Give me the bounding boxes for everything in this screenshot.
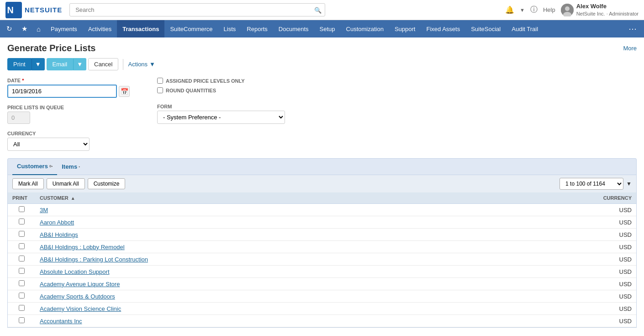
currency-cell: USD	[581, 303, 636, 315]
print-checkbox-cell[interactable]	[8, 241, 35, 253]
table-row: Accountants Inc USD	[8, 315, 636, 327]
cancel-button[interactable]: Cancel	[88, 58, 118, 70]
customer-link[interactable]: Absolute Location Support	[40, 268, 110, 275]
nav-item-fixed-assets[interactable]: Fixed Assets	[421, 20, 466, 37]
table-row: Aaron Abbott USD	[8, 216, 636, 229]
print-checkbox-cell[interactable]	[8, 315, 35, 327]
pagination-arrow-icon[interactable]: ▼	[626, 181, 632, 187]
chevron-down-icon[interactable]: ▼	[520, 7, 525, 13]
currency-cell: USD	[581, 216, 636, 229]
form-label: FORM	[157, 104, 637, 109]
table-row: Academy Vision Science Clinic USD	[8, 303, 636, 315]
customize-button[interactable]: Customize	[88, 178, 126, 189]
form-section: DATE * 📅 PRICE LISTS IN QUEUE CURRENCY A…	[7, 78, 637, 151]
customer-link[interactable]: AB&I Holdings : Lobby Remodel	[40, 244, 125, 251]
nav-item-customization[interactable]: Customization	[341, 20, 389, 37]
customer-link[interactable]: AB&I Holdings : Parking Lot Construction	[40, 256, 148, 263]
row-print-checkbox[interactable]	[19, 243, 25, 249]
currency-cell: USD	[581, 278, 636, 290]
row-print-checkbox[interactable]	[19, 231, 25, 237]
email-arrow-button[interactable]: ▼	[73, 58, 86, 70]
nav-item-reports[interactable]: Reports	[241, 20, 273, 37]
print-button[interactable]: Print	[7, 58, 32, 70]
actions-button[interactable]: Actions ▼	[128, 61, 155, 68]
unmark-all-button[interactable]: Unmark All	[47, 178, 85, 189]
print-checkbox-cell[interactable]	[8, 216, 35, 229]
search-input[interactable]	[69, 3, 325, 16]
currency-cell: USD	[581, 290, 636, 303]
nav-item-audit-trail[interactable]: Audit Trail	[506, 20, 544, 37]
row-print-checkbox[interactable]	[19, 293, 25, 299]
actions-chevron-icon: ▼	[149, 61, 155, 68]
round-quantities-row: ROUND QUANTITIES	[157, 87, 637, 93]
nav-item-payments[interactable]: Payments	[45, 20, 83, 37]
customer-name-cell: AB&I Holdings : Lobby Remodel	[35, 241, 581, 253]
print-checkbox-cell[interactable]	[8, 229, 35, 241]
user-menu[interactable]: Alex Wolfe NetSuite Inc. · Administrator	[561, 3, 639, 17]
nav-item-setup[interactable]: Setup	[314, 20, 341, 37]
currency-cell: USD	[581, 229, 636, 241]
customer-link[interactable]: Accountants Inc	[40, 318, 82, 325]
nav-item-activities[interactable]: Activities	[83, 20, 117, 37]
nav-item-support[interactable]: Support	[389, 20, 421, 37]
calendar-icon[interactable]: 📅	[119, 86, 130, 97]
customer-link[interactable]: Academy Avenue Liquor Store	[40, 281, 120, 288]
more-link[interactable]: More	[623, 45, 637, 52]
price-lists-value	[7, 112, 130, 124]
nav-more-icon[interactable]: ⋯	[623, 20, 642, 37]
col-header-print: PRINT	[8, 192, 35, 204]
date-row: 📅	[7, 85, 130, 98]
nav-item-documents[interactable]: Documents	[273, 20, 314, 37]
currency-cell: USD	[581, 253, 636, 266]
search-bar: 🔍	[69, 3, 325, 16]
nav-item-suitecommerce[interactable]: SuiteCommerce	[164, 20, 218, 37]
row-print-checkbox[interactable]	[19, 305, 25, 311]
nav-star-icon[interactable]: ★	[17, 20, 32, 37]
svg-text:N: N	[7, 5, 14, 15]
currency-select[interactable]: All USD EUR GBP	[7, 138, 90, 151]
row-print-checkbox[interactable]	[19, 256, 25, 261]
row-print-checkbox[interactable]	[19, 268, 25, 274]
customer-link[interactable]: Aaron Abbott	[40, 219, 74, 226]
customer-link[interactable]: AB&I Holdings	[40, 231, 78, 238]
nav-item-transactions[interactable]: Transactions	[117, 20, 164, 37]
currency-cell: USD	[581, 241, 636, 253]
nav-item-lists[interactable]: Lists	[218, 20, 242, 37]
currency-cell: USD	[581, 204, 636, 216]
row-print-checkbox[interactable]	[19, 280, 25, 286]
print-checkbox-cell[interactable]	[8, 303, 35, 315]
date-label: DATE *	[7, 78, 130, 83]
tab-customers[interactable]: Customers 0•	[12, 159, 57, 175]
notifications-icon[interactable]: 🔔	[505, 5, 514, 14]
help-circle-icon[interactable]: ⓘ	[530, 5, 538, 15]
print-checkbox-cell[interactable]	[8, 278, 35, 290]
nav-home-icon[interactable]: ⌂	[32, 20, 45, 37]
customer-link[interactable]: 3M	[40, 207, 48, 213]
print-checkbox-cell[interactable]	[8, 290, 35, 303]
customer-name-cell: Accountants Inc	[35, 315, 581, 327]
pagination-select[interactable]: 1 to 100 of 1164	[560, 178, 623, 190]
form-right: ASSIGNED PRICE LEVELS ONLY ROUND QUANTIT…	[157, 78, 637, 151]
assigned-price-levels-checkbox[interactable]	[157, 78, 163, 84]
customer-name-cell: Academy Vision Science Clinic	[35, 303, 581, 315]
email-button[interactable]: Email	[47, 58, 74, 70]
print-checkbox-cell[interactable]	[8, 266, 35, 278]
tab-items[interactable]: Items •	[57, 159, 84, 175]
round-quantities-checkbox[interactable]	[157, 87, 163, 93]
row-print-checkbox[interactable]	[19, 206, 25, 212]
netsuite-logo-icon: N	[5, 2, 22, 18]
form-select[interactable]: - System Preference - Custom Form 1 Cust…	[157, 111, 285, 124]
date-input[interactable]	[7, 85, 117, 98]
col-header-customer[interactable]: CUSTOMER ▲	[35, 192, 581, 204]
print-checkbox-cell[interactable]	[8, 204, 35, 216]
print-arrow-button[interactable]: ▼	[32, 58, 45, 70]
nav-history-icon[interactable]: ↻	[2, 20, 17, 37]
nav-item-suitesocial[interactable]: SuiteSocial	[465, 20, 506, 37]
customer-link[interactable]: Academy Vision Science Clinic	[40, 305, 121, 312]
mark-all-button[interactable]: Mark All	[12, 178, 44, 189]
row-print-checkbox[interactable]	[19, 219, 25, 224]
print-checkbox-cell[interactable]	[8, 253, 35, 266]
help-button[interactable]: Help	[543, 6, 555, 13]
customer-link[interactable]: Academy Sports & Outdoors	[40, 293, 115, 300]
row-print-checkbox[interactable]	[19, 317, 25, 323]
